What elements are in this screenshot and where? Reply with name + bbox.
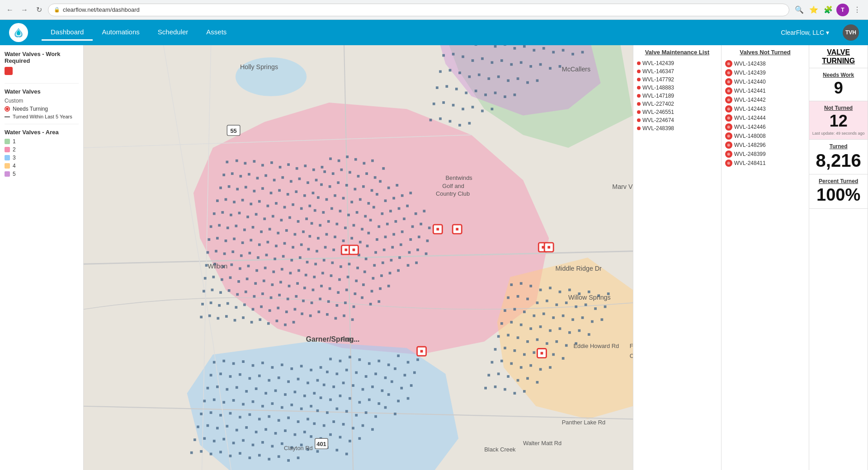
nav-scheduler[interactable]: Scheduler xyxy=(149,24,198,41)
not-turned-item[interactable]: ⊗WVL-148296 xyxy=(725,141,806,150)
svg-rect-279 xyxy=(269,309,271,312)
svg-rect-536 xyxy=(500,360,503,362)
valve-list-item[interactable]: WVL-146347 xyxy=(637,67,717,75)
svg-rect-406 xyxy=(258,418,261,420)
svg-rect-592 xyxy=(436,86,439,89)
svg-rect-446 xyxy=(252,444,255,446)
svg-rect-111 xyxy=(381,212,384,215)
forward-button[interactable]: → xyxy=(19,5,30,15)
svg-rect-299 xyxy=(250,321,253,324)
not-turned-item[interactable]: ⊗WVL-142442 xyxy=(725,95,806,104)
svg-text:Wilbon: Wilbon xyxy=(208,263,227,270)
svg-rect-235 xyxy=(296,282,299,285)
area-1-item[interactable]: 1 xyxy=(5,138,79,145)
svg-rect-37 xyxy=(323,170,326,173)
svg-rect-405 xyxy=(249,413,251,416)
svg-rect-464 xyxy=(249,456,251,459)
reload-button[interactable]: ↻ xyxy=(33,5,44,15)
search-icon[interactable]: 🔍 xyxy=(793,4,806,16)
area-5-item[interactable]: 5 xyxy=(5,171,79,177)
nav-assets[interactable]: Assets xyxy=(197,24,236,41)
area-title: Water Valves - Area xyxy=(5,129,79,136)
valve-list-item[interactable]: WVL-246551 xyxy=(637,108,717,116)
not-turned-item[interactable]: ⊗WVL-142439 xyxy=(725,68,806,77)
valve-list-item[interactable]: WVL-142439 xyxy=(637,59,717,67)
svg-rect-565 xyxy=(562,49,565,52)
svg-text:McCallers: McCallers xyxy=(562,66,590,73)
not-turned-item[interactable]: ⊗WVL-248411 xyxy=(725,159,806,168)
svg-rect-293 xyxy=(200,316,203,319)
more-options-icon[interactable]: ⋮ xyxy=(851,4,863,16)
svg-rect-127 xyxy=(294,233,297,236)
svg-rect-447 xyxy=(261,441,264,444)
address-bar[interactable]: 🔒 clearflow.net/team/dashboard xyxy=(48,4,789,16)
svg-rect-154 xyxy=(292,246,294,249)
svg-rect-497 xyxy=(504,309,506,312)
svg-rect-313 xyxy=(222,360,225,362)
svg-rect-295 xyxy=(217,317,219,320)
svg-rect-270 xyxy=(387,285,390,287)
not-turned-item[interactable]: ⊗WVL-142440 xyxy=(725,77,806,86)
svg-rect-543 xyxy=(497,372,500,375)
svg-rect-381 xyxy=(232,399,235,402)
valve-list-item[interactable]: WVL-224674 xyxy=(637,116,717,124)
svg-rect-548 xyxy=(484,387,487,390)
not-turned-item[interactable]: ⊗WVL-142441 xyxy=(725,86,806,95)
not-turned-item[interactable]: ⊗WVL-248399 xyxy=(725,150,806,159)
needs-turning-icon xyxy=(5,106,10,112)
work-required-icon[interactable] xyxy=(5,67,13,75)
valve-list: WVL-142439WVL-146347WVL-147792WVL-148883… xyxy=(637,59,717,132)
user-avatar[interactable]: TVH xyxy=(843,24,859,41)
area-3-item[interactable]: 3 xyxy=(5,155,79,161)
not-turned-item[interactable]: ⊗WVL-142443 xyxy=(725,104,806,113)
svg-rect-206 xyxy=(272,271,275,273)
svg-rect-16 xyxy=(304,164,307,167)
svg-rect-436 xyxy=(342,423,345,426)
svg-rect-414 xyxy=(335,408,338,410)
extensions-icon[interactable]: 🧩 xyxy=(822,4,835,16)
needs-turning-item[interactable]: Needs Turning xyxy=(5,106,79,112)
svg-rect-30 xyxy=(264,174,267,177)
svg-rect-566 xyxy=(571,53,574,56)
svg-rect-166 xyxy=(392,233,395,236)
svg-rect-341 xyxy=(278,376,280,379)
nav-dashboard[interactable]: Dashboard xyxy=(42,24,93,41)
not-turned-item[interactable]: ⊗WVL-148008 xyxy=(725,132,806,141)
star-icon[interactable]: ⭐ xyxy=(807,4,820,16)
svg-rect-116 xyxy=(423,210,425,212)
valve-list-item[interactable]: WVL-147189 xyxy=(637,92,717,100)
turned-within-item[interactable]: Turned Within Last 5 Years xyxy=(5,114,79,119)
svg-rect-100 xyxy=(288,216,291,219)
svg-rect-138 xyxy=(386,223,389,226)
svg-rect-217 xyxy=(365,258,368,260)
svg-rect-445 xyxy=(242,439,245,442)
area-2-item[interactable]: 2 xyxy=(5,146,79,153)
valve-list-item[interactable]: WVL-248398 xyxy=(637,124,717,132)
svg-rect-261 xyxy=(312,289,315,291)
svg-rect-487 xyxy=(517,295,519,298)
not-turned-item[interactable]: ⊗WVL-142444 xyxy=(725,113,806,122)
svg-rect-74 xyxy=(275,202,278,205)
org-selector[interactable]: ClearFlow, LLC ▾ xyxy=(781,29,829,36)
svg-rect-345 xyxy=(316,379,319,382)
area-4-item[interactable]: 4 xyxy=(5,163,79,169)
not-turned-item[interactable]: ⊗WVL-142438 xyxy=(725,59,806,68)
svg-rect-572 xyxy=(481,57,484,60)
nav-automations[interactable]: Automations xyxy=(93,24,148,41)
svg-text:55: 55 xyxy=(230,127,236,134)
map-area[interactable]: ! xyxy=(84,45,633,470)
not-turned-section: Not Turned 12 Last update: 49 seconds ag… xyxy=(809,101,868,140)
stats-header: VALVE TURNING xyxy=(809,45,868,68)
chrome-user-avatar[interactable]: T xyxy=(836,4,849,16)
valve-list-item[interactable]: WVL-227402 xyxy=(637,100,717,108)
svg-rect-623 xyxy=(456,228,458,230)
svg-rect-354 xyxy=(404,374,406,376)
back-button[interactable]: ← xyxy=(5,5,15,15)
valve-list-item[interactable]: WVL-147792 xyxy=(637,75,717,84)
not-turned-item[interactable]: ⊗WVL-142446 xyxy=(725,122,806,132)
percent-turned-section: Percent Turned 100% xyxy=(809,174,868,209)
svg-rect-7 xyxy=(226,161,228,164)
svg-rect-108 xyxy=(356,211,359,214)
svg-rect-422 xyxy=(207,424,209,427)
valve-list-item[interactable]: WVL-148883 xyxy=(637,84,717,92)
